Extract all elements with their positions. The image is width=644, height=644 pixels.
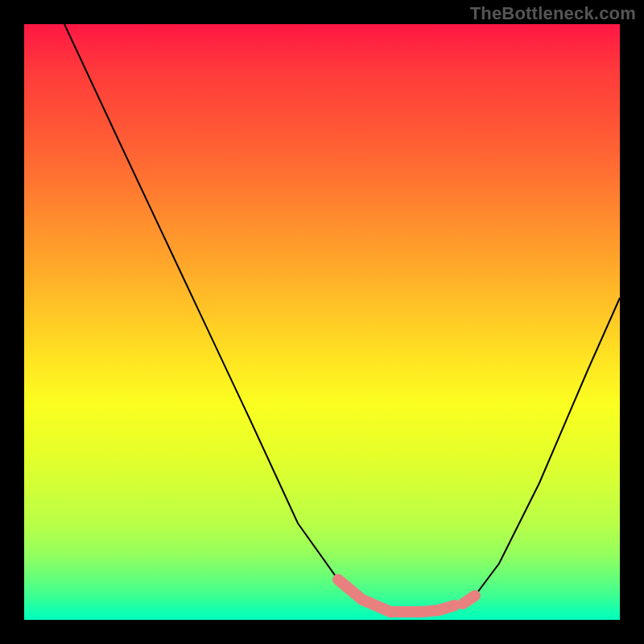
chart-svg — [24, 24, 620, 620]
pink-bottom — [390, 605, 455, 612]
black-curve — [64, 24, 620, 612]
pink-left-descent — [338, 580, 390, 612]
chart-stage: TheBottleneck.com — [0, 0, 644, 644]
pink-right-ascent — [463, 596, 475, 604]
watermark-text: TheBottleneck.com — [470, 3, 636, 24]
plot-area — [24, 24, 620, 620]
